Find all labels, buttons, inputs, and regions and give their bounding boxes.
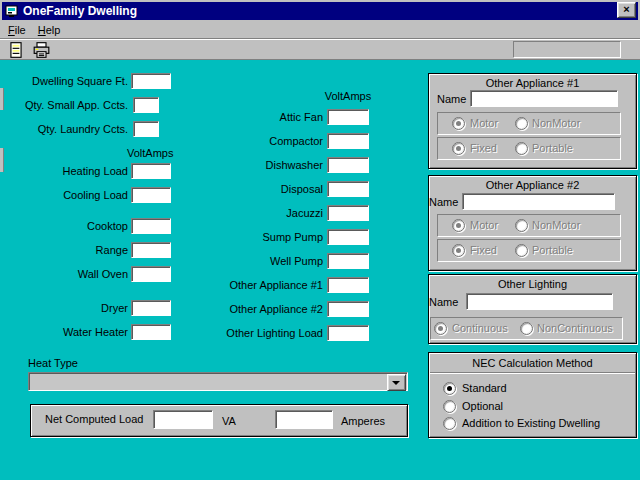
jacuzzi-label: Jacuzzi xyxy=(180,207,323,220)
dishwasher-label: Dishwasher xyxy=(180,159,323,172)
other-appliance1-title: Other Appliance #1 xyxy=(429,77,636,90)
appliance2-portable-label: Portable xyxy=(532,244,573,257)
heat-type-dropdown-button[interactable] xyxy=(387,374,406,391)
app-icon xyxy=(5,4,19,18)
water-heater-input[interactable] xyxy=(131,324,171,340)
appliance2-motor-radio xyxy=(452,219,465,232)
appliance1-name-label: Name xyxy=(437,93,466,106)
net-computed-load-label: Net Computed Load xyxy=(45,413,143,426)
other-appliance1-va-label: Other Appliance #1 xyxy=(180,279,323,292)
cooktop-label: Cooktop xyxy=(0,220,128,233)
compactor-input[interactable] xyxy=(327,133,369,149)
toolbar-status-box xyxy=(513,41,621,58)
sump-pump-input[interactable] xyxy=(327,229,369,245)
dwelling-sqft-input[interactable] xyxy=(131,73,171,89)
other-appliance2-va-input[interactable] xyxy=(327,301,369,317)
appliance2-name-label: Name xyxy=(429,196,458,209)
heat-type-label: Heat Type xyxy=(28,357,78,370)
window-title: OneFamily Dwelling xyxy=(23,4,137,18)
dishwasher-input[interactable] xyxy=(327,157,369,173)
nec-addition-radio[interactable] xyxy=(443,417,456,430)
voltamps-header-left: VoltAmps xyxy=(127,147,173,160)
nec-method-title: NEC Calculation Method xyxy=(429,357,636,370)
qty-laundry-label: Qty. Laundry Ccts. xyxy=(0,123,128,136)
heat-type-select[interactable] xyxy=(28,372,408,391)
continuous-radio xyxy=(434,322,447,335)
water-heater-label: Water Heater xyxy=(0,326,128,339)
dwelling-sqft-label: Dwelling Square Ft. xyxy=(0,75,128,88)
close-button[interactable]: × xyxy=(617,2,636,18)
cooktop-input[interactable] xyxy=(131,218,171,234)
qty-small-app-label: Qty. Small App. Ccts. xyxy=(0,99,128,112)
nec-optional-radio[interactable] xyxy=(443,400,456,413)
appliance1-motor-radio xyxy=(452,117,465,130)
lighting-name-label: Name xyxy=(429,296,458,309)
qty-laundry-input[interactable] xyxy=(133,121,159,137)
other-lighting-load-label: Other Lighting Load xyxy=(180,327,323,340)
jacuzzi-input[interactable] xyxy=(327,205,369,221)
nec-addition-label: Addition to Existing Dwelling xyxy=(462,417,600,430)
other-appliance2-title: Other Appliance #2 xyxy=(429,179,636,192)
other-appliance1-va-input[interactable] xyxy=(327,277,369,293)
app-window: OneFamily Dwelling × File Help Dw xyxy=(0,0,640,480)
compactor-label: Compactor xyxy=(180,135,323,148)
continuous-label: Continuous xyxy=(452,322,508,335)
range-input[interactable] xyxy=(131,242,171,258)
appliance1-nonmotor-radio xyxy=(515,117,528,130)
voltamps-header-middle: VoltAmps xyxy=(324,90,372,103)
noncontinuous-label: NonContinuous xyxy=(537,322,613,335)
appliance2-fixed-label: Fixed xyxy=(470,244,497,257)
menu-file[interactable]: File xyxy=(2,22,32,38)
sump-pump-label: Sump Pump xyxy=(180,231,323,244)
report-button[interactable] xyxy=(7,41,27,59)
well-pump-input[interactable] xyxy=(327,253,369,269)
attic-fan-label: Attic Fan xyxy=(180,111,323,124)
title-bar: OneFamily Dwelling xyxy=(2,2,638,20)
other-lighting-load-input[interactable] xyxy=(327,325,369,341)
menu-separator-light xyxy=(0,39,640,40)
printer-icon xyxy=(32,41,51,59)
appliance2-nonmotor-label: NonMotor xyxy=(532,219,580,232)
appliance1-portable-label: Portable xyxy=(532,142,573,155)
disposal-label: Disposal xyxy=(180,183,323,196)
qty-small-app-input[interactable] xyxy=(133,97,159,113)
appliance1-fixed-radio xyxy=(452,142,465,155)
appliance1-name-input[interactable] xyxy=(470,90,618,107)
appliance2-name-input[interactable] xyxy=(462,193,615,210)
amperes-unit-label: Amperes xyxy=(341,415,385,428)
appliance1-motor-label: Motor xyxy=(470,117,498,130)
nec-standard-radio[interactable] xyxy=(443,382,456,395)
range-label: Range xyxy=(0,244,128,257)
dryer-label: Dryer xyxy=(0,302,128,315)
chevron-down-icon xyxy=(392,381,400,385)
other-appliance2-va-label: Other Appliance #2 xyxy=(180,303,323,316)
appliance2-fixed-radio xyxy=(452,244,465,257)
appliance2-motor-label: Motor xyxy=(470,219,498,232)
nec-standard-label: Standard xyxy=(462,382,507,395)
cooling-load-input[interactable] xyxy=(131,187,171,203)
net-load-va-input[interactable] xyxy=(153,410,213,429)
report-icon xyxy=(7,41,25,59)
appliance2-nonmotor-radio xyxy=(515,219,528,232)
lighting-name-input[interactable] xyxy=(466,293,613,310)
net-load-amperes-input[interactable] xyxy=(275,410,333,429)
disposal-input[interactable] xyxy=(327,181,369,197)
appliance2-portable-radio xyxy=(515,244,528,257)
attic-fan-input[interactable] xyxy=(327,109,369,125)
other-lighting-title: Other Lighting xyxy=(429,278,636,291)
wall-oven-input[interactable] xyxy=(131,266,171,282)
nec-optional-label: Optional xyxy=(462,400,503,413)
noncontinuous-radio xyxy=(520,322,533,335)
print-button[interactable] xyxy=(32,41,52,59)
va-unit-label: VA xyxy=(222,415,236,428)
appliance1-nonmotor-label: NonMotor xyxy=(532,117,580,130)
appliance1-fixed-label: Fixed xyxy=(470,142,497,155)
appliance1-portable-radio xyxy=(515,142,528,155)
dryer-input[interactable] xyxy=(131,300,171,316)
wall-oven-label: Wall Oven xyxy=(0,268,128,281)
heating-load-input[interactable] xyxy=(131,163,171,179)
well-pump-label: Well Pump xyxy=(180,255,323,268)
menu-help[interactable]: Help xyxy=(32,22,67,38)
nec-title-separator-light xyxy=(430,373,635,374)
menu-bar: File Help xyxy=(2,21,638,38)
